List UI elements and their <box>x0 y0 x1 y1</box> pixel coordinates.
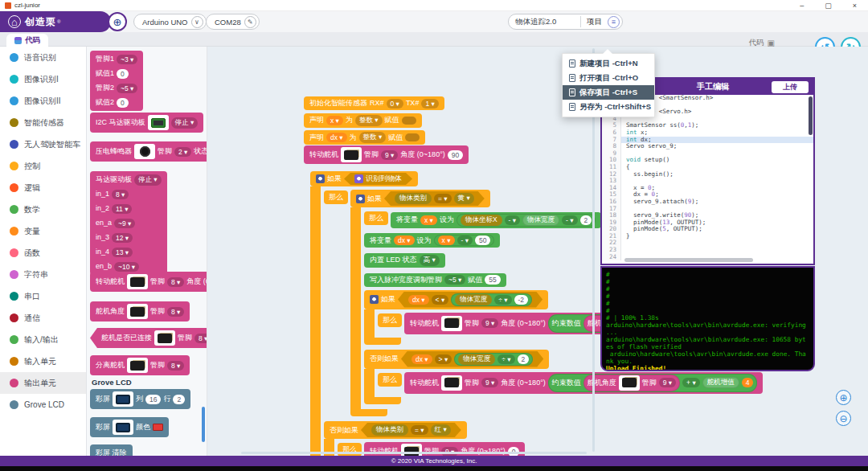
code-line[interactable]: 23 <box>602 247 813 254</box>
boolean-condition[interactable]: dx ▾> ▾物体宽度÷ ▾2 <box>401 351 543 367</box>
block-dropdown[interactable]: 8 ▾ <box>167 307 184 317</box>
elseif-block[interactable]: 否则如果dx ▾> ▾物体宽度÷ ▾2 <box>364 350 549 369</box>
block-dropdown[interactable]: ~5 ▾ <box>117 84 137 93</box>
sidebar-item-12[interactable]: 串口 <box>0 285 86 307</box>
value-input[interactable]: 2 <box>173 395 185 404</box>
close-button[interactable]: × <box>853 2 857 10</box>
sidebar-item-11[interactable]: 字符串 <box>0 264 86 285</box>
block-dropdown[interactable]: > ▾ <box>435 354 452 364</box>
block-dropdown[interactable]: 8 ▾ <box>112 190 129 199</box>
palette-block[interactable]: 彩屏颜色 <box>90 417 169 437</box>
edit-pencil-icon[interactable]: ✎ <box>244 16 256 28</box>
value-input[interactable]: 2 <box>580 215 592 225</box>
block-dropdown[interactable]: + ▾ <box>682 378 700 387</box>
code-editor-body[interactable]: 1#include <SmartSensor.h>23#include <Ser… <box>602 95 813 264</box>
board-select[interactable]: Arduino UNO ∨ <box>133 14 207 30</box>
palette-block[interactable]: 管脚1~3 ▾赋值10管脚2~5 ▾赋值20 <box>90 51 143 111</box>
code-line[interactable]: 20 pinMode(5, OUTPUT); <box>602 226 813 233</box>
editor-horizontal-scrollbar-thumb[interactable] <box>624 258 753 262</box>
if-block[interactable]: 如果识别到物体 <box>310 171 418 186</box>
code-line[interactable]: 22 <box>602 240 813 247</box>
block-dropdown[interactable]: ÷ ▾ <box>497 354 514 364</box>
code-line[interactable]: 10void setup() <box>602 157 813 164</box>
block-dropdown[interactable]: 1 ▾ <box>421 99 438 109</box>
block-dropdown[interactable]: ~10 ▾ <box>114 262 139 272</box>
sidebar-item-8[interactable]: 数学 <box>0 199 86 220</box>
zoom-in-button[interactable]: ⊕ <box>836 390 851 405</box>
servo-rotate-block[interactable]: 转动舵机管脚9 ▾角度 (0~180°)约束数值舵机角度管脚9 ▾+ ▾舵机增值… <box>404 372 763 394</box>
servo-rotate-block[interactable]: 转动舵机管脚9 ▾角度 (0~180°)90 <box>304 145 469 164</box>
minimize-button[interactable]: – <box>800 2 804 10</box>
sidebar-item-3[interactable]: 图像识别II <box>0 90 86 112</box>
block-dropdown[interactable]: 停止 ▾ <box>134 174 162 186</box>
menu-item-1[interactable]: 新建项目 -Ctrl+N <box>563 56 654 71</box>
reporter-pill[interactable]: 物体宽度 <box>522 215 559 226</box>
sidebar-item-4[interactable]: 智能传感器 <box>0 112 86 133</box>
palette-block[interactable]: 舵机是否已连接管脚8 ▾ <box>90 328 207 348</box>
variable-dropdown[interactable]: dx ▾ <box>408 295 429 305</box>
block-dropdown[interactable]: 9 ▾ <box>381 150 398 160</box>
block-dropdown[interactable]: = ▾ <box>434 194 452 203</box>
sidebar-item-13[interactable]: 通信 <box>0 307 86 329</box>
block-dropdown[interactable]: 11 ▾ <box>112 204 132 214</box>
value-input[interactable]: -2 <box>514 295 529 305</box>
color-swatch[interactable] <box>153 424 163 431</box>
boolean-condition[interactable]: 识别到物体 <box>344 173 412 185</box>
init-smart-sensor-block[interactable]: 初始化智能传感器RX#0 ▾TX#1 ▾ <box>304 96 444 110</box>
palette-block[interactable]: 舵机角度管脚8 ▾ <box>90 301 190 322</box>
expression-pill[interactable]: x ▾- ▾50 <box>434 235 495 246</box>
code-line[interactable]: 16 servo_9.attach(9); <box>602 199 813 206</box>
sensor-reporter-pill[interactable]: 物体类别 <box>371 424 408 436</box>
expression-pill[interactable]: 物体宽度÷ ▾-2 <box>451 293 532 306</box>
block-dropdown[interactable]: 8 ▾ <box>194 334 207 343</box>
port-select[interactable]: COM28 ✎ <box>206 14 260 30</box>
variable-dropdown[interactable]: x ▾ <box>420 215 437 225</box>
boolean-condition[interactable]: 物体类别= ▾红 ▾ <box>361 423 461 437</box>
variable-dropdown[interactable]: dx ▾ <box>326 133 347 142</box>
workspace-horizontal-scrollbar[interactable] <box>241 452 587 454</box>
value-input[interactable]: 50 <box>475 236 490 245</box>
sidebar-item-7[interactable]: 逻辑 <box>0 177 86 199</box>
palette-scrollbar-thumb[interactable] <box>202 407 205 442</box>
variable-dropdown[interactable]: dx ▾ <box>411 354 432 364</box>
block-dropdown[interactable]: 红 ▾ <box>431 424 451 436</box>
language-globe-button[interactable]: ⊕ <box>108 12 127 31</box>
block-dropdown[interactable]: 黄 ▾ <box>454 193 474 204</box>
chevron-down-icon[interactable]: ∨ <box>191 16 203 28</box>
block-dropdown[interactable]: 9 ▾ <box>481 318 498 328</box>
empty-value-slot[interactable] <box>405 133 420 141</box>
set-variable-block[interactable]: 将变量x ▾设为物体坐标X- ▾物体宽度- ▾2 <box>391 212 601 228</box>
block-dropdown[interactable]: 整数 ▾ <box>359 132 387 143</box>
palette-block[interactable]: 分离舵机管脚8 ▾ <box>90 355 190 375</box>
block-dropdown[interactable]: 9 ▾ <box>659 378 676 387</box>
variable-dropdown[interactable]: x ▾ <box>438 236 455 245</box>
mutator-gear-icon[interactable] <box>370 295 379 304</box>
menu-item-3[interactable]: 保存项目 -Ctrl+S <box>563 85 654 100</box>
sidebar-item-2[interactable]: 图像识别I <box>0 68 86 90</box>
block-dropdown[interactable]: ~9 ▾ <box>114 219 135 228</box>
boolean-condition[interactable]: dx ▾< ▾物体宽度÷ ▾-2 <box>398 292 542 308</box>
project-name-input[interactable]: 物体追踪2.0 <box>509 16 581 27</box>
code-line[interactable]: 21} <box>602 233 813 240</box>
block-dropdown[interactable]: ÷ ▾ <box>494 295 511 305</box>
block-dropdown[interactable]: 2 ▾ <box>174 147 191 157</box>
palette-block[interactable]: 彩屏列16行2 <box>90 389 190 409</box>
variable-dropdown[interactable]: x ▾ <box>326 116 343 125</box>
block-stack[interactable]: 初始化智能传感器RX#0 ▾TX#1 ▾声明x ▾为整数 ▾赋值声明dx ▾为整… <box>304 93 469 165</box>
block-dropdown[interactable]: ~5 ▾ <box>444 275 465 285</box>
block-dropdown[interactable]: ~3 ▾ <box>117 55 137 64</box>
palette-block[interactable]: 压电蜂鸣器管脚2 ▾状态高 ▾ <box>90 141 207 162</box>
block-dropdown[interactable]: 8 ▾ <box>167 277 184 287</box>
sensor-reporter-pill[interactable]: 物体宽度 <box>458 354 495 365</box>
palette-block[interactable]: 彩屏 清除 <box>90 444 133 456</box>
mutator-gear-icon[interactable] <box>356 195 365 203</box>
declare-dx-block[interactable]: 声明dx ▾为整数 ▾赋值 <box>304 130 425 145</box>
variable-dropdown[interactable]: dx ▾ <box>394 236 415 245</box>
block-dropdown[interactable]: 0 ▾ <box>387 99 403 109</box>
sidebar-item-10[interactable]: 函数 <box>0 242 86 264</box>
project-menu-label[interactable]: 项目 <box>581 17 608 27</box>
zoom-out-button[interactable]: ⊖ <box>836 411 851 426</box>
empty-value-slot[interactable] <box>402 117 416 125</box>
mutator-gear-icon[interactable] <box>316 174 325 183</box>
sensor-reporter-pill[interactable]: 物体宽度 <box>455 294 492 305</box>
